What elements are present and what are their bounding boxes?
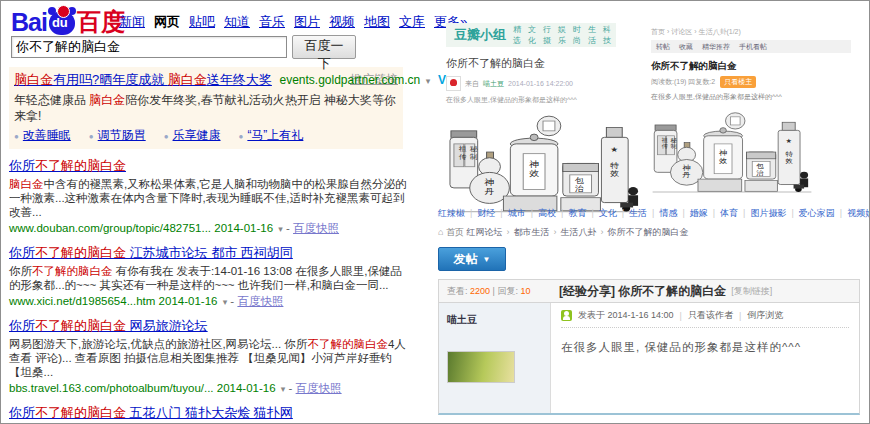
rn-nav-sports[interactable]: 体育 <box>708 208 738 218</box>
reverse-order-link[interactable]: 倒序浏览 <box>747 309 783 322</box>
rn-nav-culture[interactable]: 文化 <box>586 208 616 218</box>
post-body-text: 在很多人眼里, 保健品的形象都是这样的^^^ <box>561 340 849 355</box>
rednet-forum-page: 红辣椒财经城市高校教育文化生活情感婚嫁体育图片摄影爱心家园视频娱乐 ⌂ 首页 红… <box>438 207 862 415</box>
result-url: www.douban.com/group/topic/482751... <box>9 222 211 234</box>
ad-sitelink-sleep[interactable]: 改善睡眠 <box>14 128 71 142</box>
nav-web[interactable]: 网页 <box>154 14 180 29</box>
nav-images[interactable]: 图片 <box>294 14 320 29</box>
douban-nav-featured[interactable]: 精选 <box>513 24 521 46</box>
rn-nav-city[interactable]: 城市 <box>495 208 525 218</box>
result-snippet: 网易图游天下,旅游论坛,优缺点的旅游社区,网易论坛... 你所不了解的脑白金4人… <box>9 337 409 379</box>
ad-sitelink-stomach[interactable]: 调节肠胃 <box>89 128 146 142</box>
crumb-gossip[interactable]: 生活八卦 <box>549 227 596 237</box>
post-content-column: 发表于 2014-1-16 14:00 | 只看该作者 | 倒序浏览 在很多人眼… <box>551 303 859 413</box>
baidu-snapshot-link[interactable]: 百度快照 <box>296 382 342 394</box>
only-op-badge[interactable]: 只看楼主 <box>720 76 756 88</box>
ad-sitelink-gift[interactable]: “马”上有礼 <box>239 128 304 142</box>
dropdown-arrow-icon[interactable]: ▾ <box>278 224 283 234</box>
health-products-comic-image <box>651 106 813 194</box>
search-result: 你所不了解的脑白金 五花八门 猫扑大杂烩 猫扑网 你所不了解的脑白金在很多人眼里… <box>9 403 409 424</box>
douban-author-link[interactable]: 喵土豆 <box>483 79 504 89</box>
rn-nav-life[interactable]: 生活 <box>617 208 647 218</box>
tab-favorite[interactable]: 收藏 <box>679 42 693 52</box>
result-snippet: 你所不了解的脑白金 有你有我在 发表于:14-01-16 13:08 在很多人眼… <box>9 264 409 292</box>
rn-nav-emotion[interactable]: 情感 <box>647 208 677 218</box>
copy-link[interactable]: [复制链接] <box>731 285 772 298</box>
nav-wenku[interactable]: 文库 <box>399 14 425 29</box>
xici-tab-bar: 转帖 收藏 精华推荐 手机看帖 <box>651 40 851 53</box>
search-input[interactable] <box>11 36 287 58</box>
result-title-link[interactable]: 你所不了解的脑白金 <box>9 158 126 174</box>
result-title-link[interactable]: 你所不了解的脑白金 江苏城市论坛 都市 西祠胡同 <box>9 245 293 261</box>
screenshot-root: Baidu百度 新闻网页贴吧知道音乐图片视频地图文库更多» 百度一下 推广链接 … <box>0 0 870 424</box>
replies-count: 10 <box>520 286 530 296</box>
douban-topic-meta: 来自 喵土豆 2014-01-16 14:22:00 <box>446 76 650 91</box>
rn-nav-charity[interactable]: 爱心家园 <box>786 208 834 218</box>
separator: | <box>493 286 495 296</box>
rn-nav-photography[interactable]: 图片摄影 <box>738 208 786 218</box>
nav-video[interactable]: 视频 <box>329 14 355 29</box>
thread-title-link[interactable]: [经验分享] 你所不了解的脑白金 <box>559 283 726 300</box>
post-author-column: 喵土豆 <box>439 303 551 413</box>
baidu-vertical-nav: 新闻网页贴吧知道音乐图片视频地图文库更多» <box>119 13 476 31</box>
douban-nav-life[interactable]: 生活 <box>588 24 596 46</box>
baidu-logo-cn: 百度 <box>77 8 125 35</box>
separator: | <box>680 311 682 321</box>
crumb-forum[interactable]: 红网论坛 <box>466 227 502 237</box>
from-label: 来自 <box>465 79 479 89</box>
tab-digest[interactable]: 精华推荐 <box>702 42 730 52</box>
result-date: 2014-01-16 <box>159 295 218 307</box>
views-count: 2200 <box>470 286 490 296</box>
rn-nav-hotpepper[interactable]: 红辣椒 <box>438 208 465 218</box>
rn-nav-college[interactable]: 高校 <box>526 208 556 218</box>
tab-repost[interactable]: 转帖 <box>656 42 670 52</box>
dropdown-arrow-icon[interactable]: ▾ <box>426 76 431 86</box>
author-username-link[interactable]: 喵土豆 <box>447 314 477 325</box>
new-post-button[interactable]: 发帖 ▼ <box>438 247 506 271</box>
result-title-link[interactable]: 你所不了解的脑白金 网易旅游论坛 <box>9 318 208 334</box>
nav-zhidao[interactable]: 知道 <box>224 14 250 29</box>
douban-group-page: 豆瓣小组 精选 文化 行摄 娱乐 时尚 生活 科技 你所不了解的脑白金 来自 喵… <box>446 23 650 214</box>
dropdown-arrow-icon[interactable]: ▾ <box>223 297 228 307</box>
health-products-comic-image <box>446 108 644 214</box>
posted-time: 发表于 2014-1-16 14:00 <box>578 309 674 322</box>
home-icon[interactable]: ⌂ 首页 <box>438 227 464 237</box>
douban-group-logo[interactable]: 豆瓣小组 <box>454 26 506 44</box>
baidu-snapshot-link[interactable]: 百度快照 <box>237 295 283 307</box>
crumb-thread[interactable]: 你所不了解的脑白金 <box>596 227 688 237</box>
ad-description: 年轻态健康品 脑白金陪你发年终奖,春节献礼活动火热开启 神秘大奖等你来拿! <box>14 92 398 124</box>
xici-thread-stats: 阅读数:(19) 回复数:2 只看楼主 <box>651 76 851 88</box>
dropdown-arrow-icon[interactable]: ▾ <box>281 384 286 394</box>
douban-header-bar: 豆瓣小组 精选 文化 行摄 娱乐 时尚 生活 科技 <box>446 23 616 47</box>
douban-nav-tech[interactable]: 科技 <box>603 24 611 46</box>
douban-nav-culture[interactable]: 文化 <box>528 24 536 46</box>
ad-block: 推广链接 脑白金有用吗?晒年度成就 脑白金送年终大奖 events.goldpa… <box>9 67 403 149</box>
search-result: 你所不了解的脑白金 网易旅游论坛 网易图游天下,旅游论坛,优缺点的旅游社区,网易… <box>9 316 409 396</box>
dash: - <box>286 222 290 234</box>
new-post-label: 发帖 <box>454 251 478 268</box>
nav-tieba[interactable]: 贴吧 <box>189 14 215 29</box>
ad-sitelinks: 改善睡眠调节肠胃乐享健康“马”上有礼 <box>14 127 398 144</box>
douban-nav-fun[interactable]: 娱乐 <box>558 24 566 46</box>
ad-title-link[interactable]: 脑白金有用吗?晒年度成就 脑白金送年终大奖 <box>14 72 272 87</box>
result-title-link[interactable]: 你所不了解的脑白金 五花八门 猫扑大杂烩 猫扑网 <box>9 405 293 421</box>
crumb-citylife[interactable]: 都市生活 <box>502 227 549 237</box>
avatar[interactable] <box>447 351 515 383</box>
nav-music[interactable]: 音乐 <box>259 14 285 29</box>
douban-nav-photo[interactable]: 行摄 <box>543 24 551 46</box>
rn-nav-video[interactable]: 视频娱乐 <box>835 208 870 218</box>
avatar[interactable] <box>446 76 461 91</box>
baidu-snapshot-link[interactable]: 百度快照 <box>293 222 339 234</box>
rn-nav-wedding[interactable]: 婚嫁 <box>677 208 707 218</box>
douban-nav-fashion[interactable]: 时尚 <box>573 24 581 46</box>
nav-maps[interactable]: 地图 <box>364 14 390 29</box>
ad-sitelink-health[interactable]: 乐享健康 <box>164 128 221 142</box>
only-author-link[interactable]: 只看该作者 <box>688 309 733 322</box>
xici-post-text: 在很多人眼里,保健品的形象都是这样的^^^ <box>651 92 851 102</box>
rn-nav-education[interactable]: 教育 <box>556 208 586 218</box>
tab-mobile[interactable]: 手机看帖 <box>739 42 767 52</box>
baidu-logo[interactable]: Baidu百度 <box>11 5 125 39</box>
rn-nav-finance[interactable]: 财经 <box>465 208 495 218</box>
search-button[interactable]: 百度一下 <box>292 35 356 59</box>
nav-news[interactable]: 新闻 <box>119 14 145 29</box>
